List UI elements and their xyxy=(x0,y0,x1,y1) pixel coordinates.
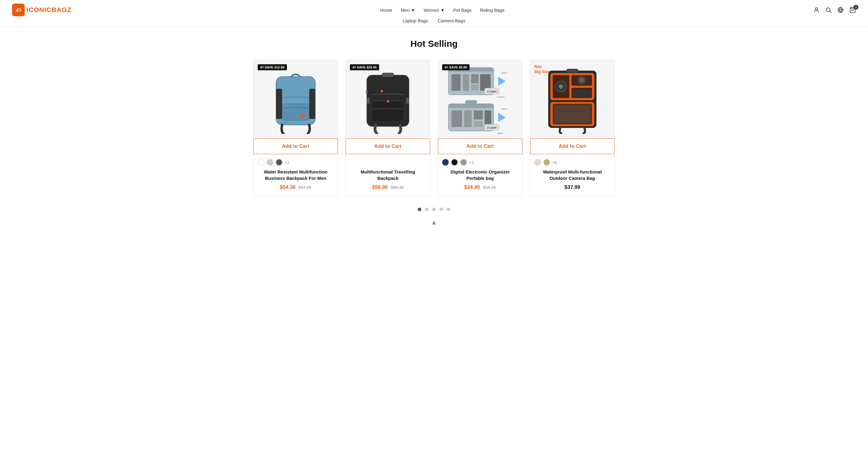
price-sale-3: $24.45 xyxy=(464,184,480,191)
svg-text:24.5cm: 24.5cm xyxy=(497,96,505,98)
main-nav: Home Men ▼ Women ▼ Pet Bags Riding Bags xyxy=(380,7,504,13)
color-swatches-4: +6 xyxy=(534,159,610,166)
account-button[interactable] xyxy=(813,7,820,13)
nav-women[interactable]: Women ▼ xyxy=(424,7,445,13)
swatch-lightgray-1[interactable] xyxy=(267,159,273,166)
svg-point-18 xyxy=(387,100,389,103)
svg-rect-21 xyxy=(406,98,409,104)
carousel-dot-3[interactable] xyxy=(432,208,436,211)
svg-rect-41 xyxy=(474,121,483,127)
carousel-dot-5[interactable] xyxy=(447,208,450,211)
price-row-3: $24.45 $34.25 xyxy=(442,184,518,191)
nav-home[interactable]: Home xyxy=(380,7,393,13)
product-image-2 xyxy=(359,64,416,134)
svg-rect-27 xyxy=(471,74,478,83)
search-button[interactable] xyxy=(825,7,832,13)
svg-rect-63 xyxy=(554,105,590,123)
label-red-line1: Red xyxy=(534,64,550,69)
product-label-4: Red Big Size xyxy=(534,64,550,75)
swatch-tan-4[interactable] xyxy=(544,159,550,166)
swatch-navy-3[interactable] xyxy=(442,159,449,166)
language-button[interactable] xyxy=(837,7,844,13)
logo-link[interactable]: 🏷 ICONICBAGZ xyxy=(12,4,71,16)
tag-icon: 🏷 xyxy=(260,65,264,69)
product-info-2: Multifunctional Travelling Backpack $58.… xyxy=(346,154,430,196)
nav-camera-bags[interactable]: Camera Bags xyxy=(438,18,465,23)
svg-rect-26 xyxy=(463,74,469,91)
carousel-dots xyxy=(18,208,850,211)
svg-rect-20 xyxy=(367,98,370,104)
svg-point-13 xyxy=(300,113,305,118)
svg-rect-39 xyxy=(464,110,472,127)
swatch-beige-4[interactable] xyxy=(534,159,541,166)
header-icons: 0 xyxy=(813,7,856,13)
svg-text:21cm: 21cm xyxy=(501,108,507,110)
svg-text:28cm: 28cm xyxy=(497,132,503,134)
svg-rect-10 xyxy=(282,104,309,120)
add-to-cart-2[interactable]: Add to Cart xyxy=(346,139,430,154)
section-title: Hot Selling xyxy=(18,39,850,49)
tag-icon-2: 🏷 xyxy=(352,65,355,69)
carousel-dot-2[interactable] xyxy=(425,208,429,211)
product-image-wrap-4: Red Big Size xyxy=(530,60,615,139)
svg-rect-17 xyxy=(371,101,404,122)
product-image-wrap-1: 🏷 SAVE $12.88 xyxy=(253,60,338,139)
add-to-cart-4[interactable]: Add to Cart xyxy=(530,139,615,154)
product-name-1: Water Resistant Multifunction Business B… xyxy=(258,169,334,181)
swatch-darkgray-1[interactable] xyxy=(276,159,282,166)
product-card-1: 🏷 SAVE $12.88 xyxy=(253,60,338,197)
more-colors-1[interactable]: +2 xyxy=(285,160,289,165)
save-badge-2: 🏷 SAVE $29.45 xyxy=(350,64,379,70)
nav-pet-bags[interactable]: Pet Bags xyxy=(453,7,472,13)
product-grid: 🏷 SAVE $12.88 xyxy=(253,60,615,197)
svg-rect-36 xyxy=(448,104,494,108)
svg-rect-40 xyxy=(474,110,483,119)
swatch-gray-3[interactable] xyxy=(460,159,467,166)
scroll-up-container: ▲ xyxy=(18,219,850,226)
logo-text: ICONICBAGZ xyxy=(27,6,71,14)
logo-icon: 🏷 xyxy=(12,4,25,16)
nav-laptop-bags[interactable]: Laptop Bags xyxy=(403,18,428,23)
more-colors-3[interactable]: +3 xyxy=(469,160,474,165)
svg-rect-28 xyxy=(471,84,478,90)
price-row-2: $58.90 $88.35 xyxy=(350,184,426,191)
svg-marker-30 xyxy=(498,77,506,86)
product-card-4: Red Big Size xyxy=(530,60,615,197)
svg-point-56 xyxy=(560,86,562,87)
nav-men[interactable]: Men ▼ xyxy=(401,7,415,13)
chevron-down-icon: ▼ xyxy=(440,7,445,13)
scroll-up-button[interactable]: ▲ xyxy=(431,219,437,226)
product-card-3: 🏷 SAVE $9.80 18cm xyxy=(438,60,523,197)
product-name-2: Multifunctional Travelling Backpack xyxy=(350,169,426,181)
svg-rect-16 xyxy=(382,73,394,77)
product-image-wrap-2: 🏷 SAVE $29.45 xyxy=(346,60,430,139)
svg-text:1 Layer: 1 Layer xyxy=(487,90,497,93)
carousel-dot-4[interactable] xyxy=(439,208,443,211)
secondary-nav: Laptop Bags Camera Bags xyxy=(12,18,856,26)
svg-rect-60 xyxy=(572,89,591,97)
svg-rect-38 xyxy=(452,110,462,127)
svg-rect-37 xyxy=(465,100,477,104)
product-card-2: 🏷 SAVE $29.45 xyxy=(345,60,430,197)
color-swatches-1: +2 xyxy=(258,159,334,166)
nav-riding-bags[interactable]: Riding Bags xyxy=(480,7,504,13)
more-colors-4[interactable]: +6 xyxy=(553,160,557,165)
add-to-cart-3[interactable]: Add to Cart xyxy=(438,139,522,154)
save-badge-3: 🏷 SAVE $9.80 xyxy=(442,64,470,70)
product-name-4: Waterproof Multi-functional Outdoor Came… xyxy=(534,169,610,181)
chevron-down-icon: ▼ xyxy=(411,7,415,13)
product-info-3: +3 Digital Electronic Organizer Portable… xyxy=(438,154,522,196)
site-header: 🏷 ICONICBAGZ Home Men ▼ Women ▼ Pet Bags… xyxy=(0,0,868,27)
add-to-cart-1[interactable]: Add to Cart xyxy=(253,139,338,154)
svg-point-19 xyxy=(381,90,383,92)
cart-button[interactable]: 0 xyxy=(849,7,856,13)
product-image-4 xyxy=(544,64,601,134)
price-original-2: $88.35 xyxy=(391,185,404,190)
swatch-white-1[interactable] xyxy=(258,159,264,166)
product-name-3: Digital Electronic Organizer Portable ba… xyxy=(442,169,518,181)
swatch-black-3[interactable] xyxy=(451,159,458,166)
svg-text:2 Layer: 2 Layer xyxy=(487,126,497,129)
svg-rect-64 xyxy=(566,69,578,73)
product-image-1 xyxy=(267,64,324,134)
carousel-dot-1[interactable] xyxy=(418,208,421,211)
